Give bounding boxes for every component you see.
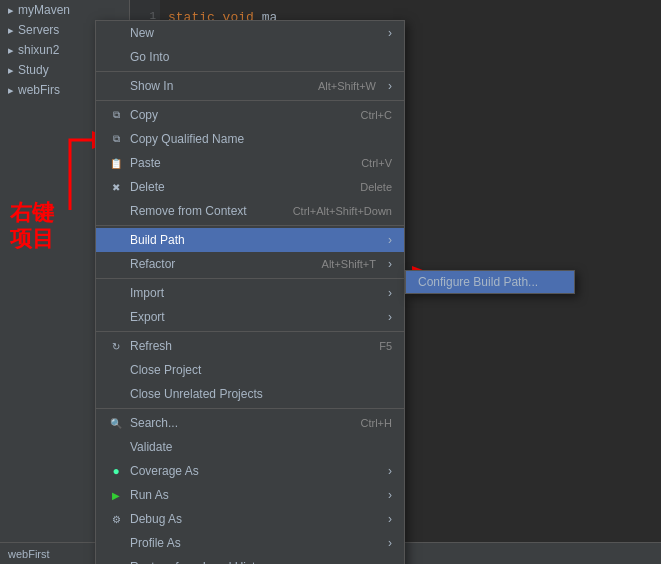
menu-label-copyqualified: Copy Qualified Name: [130, 132, 244, 146]
menu-label-gointo: Go Into: [130, 50, 169, 64]
menu-item-runas[interactable]: ▶ Run As ›: [96, 483, 404, 507]
submenu-buildpath: Configure Build Path...: [405, 270, 575, 294]
expand-icon: ▸: [8, 64, 14, 77]
closeunrelated-icon: [108, 386, 124, 402]
copyqualified-icon: ⧉: [108, 131, 124, 147]
delete-shortcut: Delete: [340, 181, 392, 193]
expand-icon: ▸: [8, 24, 14, 37]
remove-shortcut: Ctrl+Alt+Shift+Down: [273, 205, 392, 217]
menu-label-removefromcontext: Remove from Context: [130, 204, 247, 218]
menu-label-export: Export: [130, 310, 165, 324]
buildpath-arrow: ›: [388, 233, 392, 247]
restorefromlocal-icon: [108, 559, 124, 564]
menu-item-export[interactable]: Export ›: [96, 305, 404, 329]
profileas-arrow: ›: [388, 536, 392, 550]
menu-item-debugas[interactable]: ⚙ Debug As ›: [96, 507, 404, 531]
menu-item-search[interactable]: 🔍 Search... Ctrl+H: [96, 411, 404, 435]
paste-icon: 📋: [108, 155, 124, 171]
gointo-icon: [108, 49, 124, 65]
menu-item-closeunrelated[interactable]: Close Unrelated Projects: [96, 382, 404, 406]
sidebar-item-mymaven[interactable]: ▸ myMaven: [0, 0, 129, 20]
menu-item-copy[interactable]: ⧉ Copy Ctrl+C: [96, 103, 404, 127]
menu-item-closeproject[interactable]: Close Project: [96, 358, 404, 382]
new-icon: [108, 25, 124, 41]
menu-label-debugas: Debug As: [130, 512, 182, 526]
paste-shortcut: Ctrl+V: [341, 157, 392, 169]
separator-4: [96, 278, 404, 279]
menu-item-new[interactable]: New ›: [96, 21, 404, 45]
separator-5: [96, 331, 404, 332]
export-arrow: ›: [388, 310, 392, 324]
menu-label-runas: Run As: [130, 488, 169, 502]
menu-label-refresh: Refresh: [130, 339, 172, 353]
export-icon: [108, 309, 124, 325]
separator-1: [96, 71, 404, 72]
search-icon: 🔍: [108, 415, 124, 431]
menu-item-import[interactable]: Import ›: [96, 281, 404, 305]
menu-label-paste: Paste: [130, 156, 161, 170]
refresh-shortcut: F5: [359, 340, 392, 352]
showin-arrow: ›: [388, 79, 392, 93]
submenu-item-configurebuildpath[interactable]: Configure Build Path...: [406, 271, 574, 293]
menu-item-delete[interactable]: ✖ Delete Delete: [96, 175, 404, 199]
debugas-icon: ⚙: [108, 511, 124, 527]
menu-item-refactor[interactable]: Refactor Alt+Shift+T ›: [96, 252, 404, 276]
menu-label-restorefromlocal: Restore from Local History...: [130, 560, 281, 564]
menu-item-removefromcontext[interactable]: Remove from Context Ctrl+Alt+Shift+Down: [96, 199, 404, 223]
showin-shortcut: Alt+Shift+W: [298, 80, 376, 92]
refactor-shortcut: Alt+Shift+T: [302, 258, 376, 270]
expand-icon: ▸: [8, 84, 14, 97]
menu-item-profileas[interactable]: Profile As ›: [96, 531, 404, 555]
runas-icon: ▶: [108, 487, 124, 503]
sidebar-label-study: Study: [18, 63, 49, 77]
expand-icon: ▸: [8, 4, 14, 17]
menu-item-validate[interactable]: Validate: [96, 435, 404, 459]
menu-item-refresh[interactable]: ↻ Refresh F5: [96, 334, 404, 358]
menu-item-gointo[interactable]: Go Into: [96, 45, 404, 69]
menu-item-showin[interactable]: Show In Alt+Shift+W ›: [96, 74, 404, 98]
sidebar-label-webfirst: webFirs: [18, 83, 60, 97]
menu-label-showin: Show In: [130, 79, 173, 93]
submenu-label-configurebuildpath: Configure Build Path...: [418, 275, 538, 289]
menu-item-buildpath[interactable]: Build Path ›: [96, 228, 404, 252]
separator-2: [96, 100, 404, 101]
coverageas-arrow: ›: [388, 464, 392, 478]
submenu-arrow: ›: [388, 26, 392, 40]
sidebar-label-shixun2: shixun2: [18, 43, 59, 57]
menu-item-restorefromlocal[interactable]: Restore from Local History...: [96, 555, 404, 564]
menu-label-buildpath: Build Path: [130, 233, 185, 247]
menu-label-delete: Delete: [130, 180, 165, 194]
menu-label-new: New: [130, 26, 154, 40]
refactor-icon: [108, 256, 124, 272]
sidebar-label-mymaven: myMaven: [18, 3, 70, 17]
separator-6: [96, 408, 404, 409]
refresh-icon: ↻: [108, 338, 124, 354]
menu-item-coverageas[interactable]: ● Coverage As ›: [96, 459, 404, 483]
coverageas-icon: ●: [108, 463, 124, 479]
expand-icon: ▸: [8, 44, 14, 57]
showin-icon: [108, 78, 124, 94]
menu-label-import: Import: [130, 286, 164, 300]
separator-3: [96, 225, 404, 226]
refactor-arrow: ›: [388, 257, 392, 271]
menu-label-closeproject: Close Project: [130, 363, 201, 377]
menu-item-copyqualified[interactable]: ⧉ Copy Qualified Name: [96, 127, 404, 151]
menu-label-refactor: Refactor: [130, 257, 175, 271]
menu-label-search: Search...: [130, 416, 178, 430]
import-arrow: ›: [388, 286, 392, 300]
menu-label-closeunrelated: Close Unrelated Projects: [130, 387, 263, 401]
profileas-icon: [108, 535, 124, 551]
menu-label-copy: Copy: [130, 108, 158, 122]
import-icon: [108, 285, 124, 301]
delete-icon: ✖: [108, 179, 124, 195]
search-shortcut: Ctrl+H: [341, 417, 392, 429]
validate-icon: [108, 439, 124, 455]
debugas-arrow: ›: [388, 512, 392, 526]
closeproject-icon: [108, 362, 124, 378]
menu-label-coverageas: Coverage As: [130, 464, 199, 478]
copy-shortcut: Ctrl+C: [341, 109, 392, 121]
status-left-label: webFirst: [8, 548, 50, 560]
menu-item-paste[interactable]: 📋 Paste Ctrl+V: [96, 151, 404, 175]
buildpath-icon: [108, 232, 124, 248]
sidebar-label-servers: Servers: [18, 23, 59, 37]
